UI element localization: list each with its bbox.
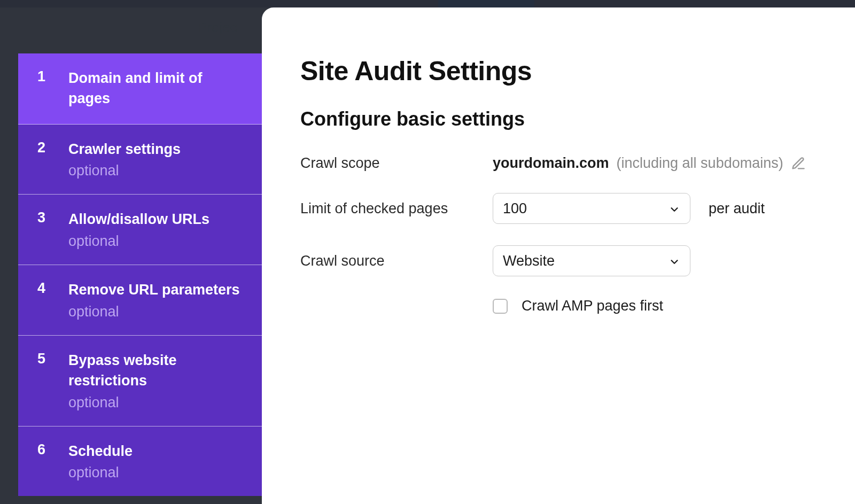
wizard-steps: 1 Domain and limit of pages 2 Crawler se… [18, 53, 262, 496]
crawl-source-row: Crawl source Website [300, 245, 823, 276]
edit-crawl-scope-icon[interactable] [791, 156, 806, 171]
step-number: 6 [37, 441, 50, 482]
step-number: 3 [37, 210, 50, 250]
step-optional: optional [68, 304, 240, 320]
step-schedule[interactable]: 6 Schedule optional [18, 427, 262, 497]
step-number: 5 [37, 351, 50, 411]
modal-title: Site Audit Settings [300, 56, 823, 87]
modal-subtitle: Configure basic settings [300, 108, 823, 130]
chevron-down-icon [669, 255, 680, 267]
step-bypass-restrictions[interactable]: 5 Bypass website restrictions optional [18, 336, 262, 427]
step-title: Schedule [68, 441, 133, 462]
step-optional: optional [68, 233, 209, 250]
crawl-source-select[interactable]: Website [493, 245, 690, 276]
crawl-scope-row: Crawl scope yourdomain.com (including al… [300, 155, 823, 172]
crawl-scope-label: Crawl scope [300, 155, 493, 172]
limit-suffix: per audit [709, 200, 765, 217]
step-number: 1 [37, 68, 50, 109]
step-allow-disallow-urls[interactable]: 3 Allow/disallow URLs optional [18, 195, 262, 265]
crawl-amp-checkbox[interactable] [493, 299, 508, 314]
chevron-down-icon [669, 203, 680, 214]
limit-select-value: 100 [503, 200, 527, 217]
limit-select[interactable]: 100 [493, 193, 690, 224]
step-title: Bypass website restrictions [68, 351, 247, 391]
step-optional: optional [68, 162, 181, 179]
crawl-amp-row: Crawl AMP pages first [493, 298, 823, 314]
step-crawler-settings[interactable]: 2 Crawler settings optional [18, 125, 262, 195]
step-title: Remove URL parameters [68, 280, 240, 300]
crawl-scope-domain: yourdomain.com [493, 155, 609, 172]
crawl-source-label: Crawl source [300, 253, 493, 269]
step-number: 4 [37, 280, 50, 320]
step-number: 2 [37, 139, 50, 180]
crawl-amp-label: Crawl AMP pages first [522, 298, 663, 314]
step-title: Domain and limit of pages [68, 68, 247, 109]
step-title: Crawler settings [68, 139, 181, 160]
limit-label: Limit of checked pages [300, 200, 493, 217]
limit-row: Limit of checked pages 100 per audit [300, 193, 823, 224]
crawl-source-value: Website [503, 253, 555, 269]
step-remove-url-parameters[interactable]: 4 Remove URL parameters optional [18, 265, 262, 336]
crawl-scope-note: (including all subdomains) [617, 155, 783, 172]
step-domain-limit[interactable]: 1 Domain and limit of pages [18, 53, 262, 125]
step-optional: optional [68, 464, 133, 481]
site-audit-settings-panel: Site Audit Settings Configure basic sett… [262, 7, 855, 504]
step-optional: optional [68, 394, 247, 411]
step-title: Allow/disallow URLs [68, 210, 209, 230]
